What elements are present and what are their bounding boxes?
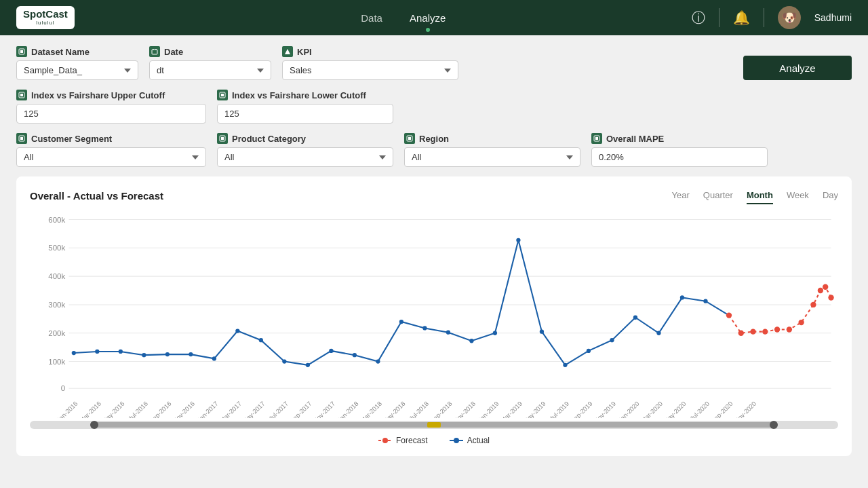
upper-cutoff-group: Index vs Fairshare Upper Cutoff 125 [16, 90, 206, 124]
dataset-name-select[interactable]: Sample_Data_ [16, 60, 138, 80]
date-group: Date dt [149, 46, 271, 80]
lower-cutoff-group: Index vs Fairshare Lower Cutoff 125 [217, 90, 393, 124]
svg-point-54 [587, 349, 591, 353]
svg-text:100k: 100k [48, 358, 65, 366]
svg-point-105 [454, 438, 459, 443]
chart-header: Overall - Actual vs Forecast Year Quarte… [30, 187, 838, 204]
svg-point-70 [823, 284, 828, 290]
svg-point-58 [680, 295, 684, 299]
svg-rect-9 [221, 94, 224, 96]
tab-day[interactable]: Day [823, 187, 838, 204]
legend-forecast: Forecast [378, 436, 428, 445]
scrollbar-handle-right[interactable] [770, 421, 778, 429]
region-group: Region All [404, 133, 580, 167]
customer-segment-group: Customer Segment All [16, 133, 206, 167]
svg-point-34 [119, 350, 123, 354]
chart-scrollbar[interactable] [30, 421, 838, 429]
svg-text:May-2018: May-2018 [381, 400, 406, 418]
lower-cutoff-label: Index vs Fairshare Lower Cutoff [217, 90, 393, 100]
svg-rect-11 [20, 137, 23, 140]
svg-text:Nov-2016: Nov-2016 [171, 400, 196, 418]
tab-quarter[interactable]: Quarter [703, 187, 733, 204]
scrollbar-handle-left[interactable] [90, 421, 98, 429]
lower-cutoff-icon [217, 90, 228, 100]
info-icon[interactable]: ⓘ [692, 9, 705, 27]
kpi-group: KPI Sales [282, 46, 458, 80]
scrollbar-center-marker [427, 422, 441, 428]
svg-text:Sep-2016: Sep-2016 [148, 400, 173, 418]
svg-text:Jul-2019: Jul-2019 [548, 400, 570, 418]
upper-cutoff-input[interactable]: 125 [16, 104, 206, 124]
svg-text:Mar-2019: Mar-2019 [499, 400, 524, 418]
svg-text:500k: 500k [48, 244, 65, 252]
svg-rect-17 [595, 137, 598, 140]
svg-point-48 [446, 331, 450, 335]
svg-text:Nov-2019: Nov-2019 [593, 400, 618, 418]
svg-text:0: 0 [61, 384, 65, 392]
svg-rect-15 [408, 137, 411, 140]
svg-text:Jan-2017: Jan-2017 [195, 400, 220, 418]
overall-mape-label: Overall MAPE [591, 133, 768, 144]
product-category-select[interactable]: All [217, 147, 393, 167]
overall-mape-input[interactable]: 0.20% [591, 147, 768, 167]
chart-legend: Forecast Actual [30, 436, 838, 445]
region-select[interactable]: All [404, 147, 580, 167]
chart-title: Overall - Actual vs Forecast [30, 190, 163, 202]
svg-text:May-2017: May-2017 [241, 400, 266, 418]
forecast-legend-label: Forecast [396, 436, 428, 445]
svg-text:Jan-2020: Jan-2020 [616, 400, 641, 418]
svg-rect-7 [20, 94, 23, 96]
svg-text:Mar-2020: Mar-2020 [639, 400, 664, 418]
svg-point-49 [469, 339, 473, 343]
svg-text:Nov-2018: Nov-2018 [452, 400, 477, 418]
overall-mape-icon [591, 133, 602, 144]
actual-dots [72, 238, 731, 367]
chart-svg: 600k 500k 400k 300k 200k 100k 0 [30, 212, 838, 418]
date-select[interactable]: dt [149, 60, 271, 80]
svg-point-53 [563, 363, 567, 367]
tab-month[interactable]: Month [747, 187, 773, 204]
svg-point-67 [798, 320, 804, 325]
date-icon [149, 46, 160, 57]
svg-text:Nov-2020: Nov-2020 [733, 400, 758, 418]
svg-point-35 [142, 353, 146, 357]
dataset-icon [16, 46, 27, 57]
upper-cutoff-label: Index vs Fairshare Upper Cutoff [16, 90, 206, 100]
analyze-button[interactable]: Analyze [743, 56, 852, 80]
svg-point-50 [493, 331, 497, 335]
main-nav: Data Analyze [115, 10, 692, 26]
svg-point-71 [828, 295, 833, 300]
tab-year[interactable]: Year [672, 187, 690, 204]
nav-analyze[interactable]: Analyze [410, 10, 446, 26]
region-label: Region [404, 133, 580, 144]
svg-text:Jan-2016: Jan-2016 [55, 400, 79, 418]
svg-text:Sep-2019: Sep-2019 [569, 400, 594, 418]
actual-line [74, 240, 729, 365]
chart-svg-wrapper: 600k 500k 400k 300k 200k 100k 0 [30, 212, 838, 418]
product-category-label: Product Category [217, 133, 393, 144]
overall-mape-group: Overall MAPE 0.20% [591, 133, 768, 167]
dataset-name-label: Dataset Name [16, 46, 138, 57]
nav-data[interactable]: Data [361, 10, 382, 26]
svg-point-36 [165, 352, 170, 356]
svg-text:Jul-2018: Jul-2018 [408, 400, 430, 418]
tab-week[interactable]: Week [787, 187, 809, 204]
product-category-group: Product Category All [217, 133, 393, 167]
actual-legend-icon [450, 437, 463, 444]
svg-text:Mar-2016: Mar-2016 [78, 400, 102, 418]
kpi-label: KPI [282, 46, 458, 57]
svg-point-65 [774, 326, 780, 332]
bell-icon[interactable]: 🔔 [733, 10, 750, 26]
svg-text:Jan-2019: Jan-2019 [476, 400, 500, 418]
forecast-dots [726, 284, 834, 336]
svg-point-62 [738, 331, 744, 336]
svg-text:Sep-2020: Sep-2020 [709, 400, 734, 418]
svg-text:Nov-2017: Nov-2017 [311, 400, 336, 418]
kpi-select[interactable]: Sales [282, 60, 458, 80]
customer-segment-select[interactable]: All [16, 147, 206, 167]
x-axis-labels: Jan-2016 Mar-2016 May-2016 Jul-2016 Sep-… [55, 400, 757, 418]
svg-point-33 [95, 350, 99, 354]
svg-text:Sep-2018: Sep-2018 [429, 400, 454, 418]
svg-point-69 [818, 288, 823, 293]
lower-cutoff-input[interactable]: 125 [217, 104, 393, 124]
